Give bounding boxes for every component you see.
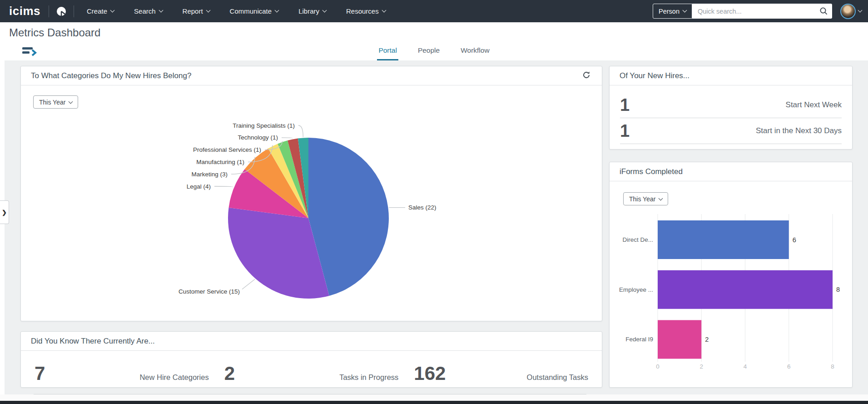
metric-new-hire-categories: 7 New Hire Categories bbox=[35, 363, 209, 384]
svg-text:4: 4 bbox=[744, 363, 747, 370]
svg-text:0: 0 bbox=[656, 363, 660, 370]
chevron-down-icon bbox=[382, 8, 386, 13]
svg-text:Manufacturing (1): Manufacturing (1) bbox=[196, 159, 244, 165]
chevron-down-icon bbox=[159, 8, 163, 13]
refresh-button[interactable] bbox=[581, 70, 592, 82]
metric-label: New Hire Categories bbox=[139, 373, 208, 382]
metric-value: 1 bbox=[620, 121, 630, 141]
svg-text:Direct De...: Direct De... bbox=[622, 236, 653, 243]
pie-chart: Sales (22)Customer Service (15)Training … bbox=[21, 85, 602, 321]
tab-portal[interactable]: Portal bbox=[377, 46, 398, 60]
left-rail bbox=[0, 60, 5, 394]
iforms-period-filter[interactable]: This Year bbox=[623, 192, 668, 205]
svg-text:8: 8 bbox=[836, 286, 840, 293]
card-title: iForms Completed bbox=[620, 167, 683, 176]
svg-text:Customer Service (15): Customer Service (15) bbox=[179, 288, 240, 295]
page-title: Metrics Dashboard bbox=[9, 26, 100, 39]
metric-label: Start in the Next 30 Days bbox=[756, 126, 842, 135]
icims-logo[interactable]: icims bbox=[0, 4, 49, 18]
tab-workflow[interactable]: Workflow bbox=[459, 46, 491, 60]
tab-people[interactable]: People bbox=[417, 46, 441, 60]
svg-text:Federal I9: Federal I9 bbox=[625, 336, 653, 343]
chevron-down-icon bbox=[206, 8, 210, 13]
svg-text:Legal (4): Legal (4) bbox=[187, 183, 211, 190]
chevron-down-icon[interactable] bbox=[858, 8, 863, 13]
top-navbar: icims Create Search Report Communicate L… bbox=[0, 0, 868, 22]
chevron-down-icon bbox=[275, 8, 279, 13]
categories-card: To What Categories Do My New Hires Belon… bbox=[20, 66, 602, 321]
menu-resources[interactable]: Resources bbox=[346, 7, 386, 15]
main-menu: Create Search Report Communicate Library… bbox=[87, 7, 386, 15]
svg-text:Technology (1): Technology (1) bbox=[238, 134, 278, 141]
metric-label: Outstanding Tasks bbox=[527, 373, 588, 382]
did-you-know-card: Did You Know There Currently Are... 7 Ne… bbox=[20, 331, 602, 388]
menu-search[interactable]: Search bbox=[134, 7, 163, 15]
chevron-down-icon bbox=[110, 8, 115, 13]
menu-create[interactable]: Create bbox=[87, 7, 114, 15]
user-avatar[interactable] bbox=[840, 4, 856, 19]
menu-library[interactable]: Library bbox=[298, 7, 326, 15]
svg-text:Sales (22): Sales (22) bbox=[408, 204, 436, 211]
iforms-card: iForms Completed This Year 024686Direct … bbox=[609, 162, 853, 388]
search-scope-dropdown[interactable]: Person bbox=[653, 4, 692, 19]
window-edge bbox=[0, 401, 868, 404]
metric-value: 2 bbox=[224, 363, 235, 384]
metric-value: 162 bbox=[414, 363, 446, 384]
new-hires-card: Of Your New Hires... 1 Start Next Week 1… bbox=[609, 66, 853, 150]
svg-text:Employee ...: Employee ... bbox=[619, 286, 653, 293]
chevron-down-icon bbox=[659, 196, 663, 200]
card-title: To What Categories Do My New Hires Belon… bbox=[31, 71, 191, 80]
card-title: Of Your New Hires... bbox=[620, 71, 689, 80]
panel-expand-button[interactable]: ❯ bbox=[0, 200, 9, 224]
svg-text:2: 2 bbox=[705, 336, 709, 343]
metric-label: Tasks in Progress bbox=[339, 373, 398, 382]
svg-text:Training Specialists (1): Training Specialists (1) bbox=[233, 122, 295, 129]
icims-mark-icon[interactable] bbox=[49, 6, 74, 16]
quick-search-input[interactable] bbox=[692, 4, 832, 19]
svg-text:Marketing (3): Marketing (3) bbox=[191, 171, 228, 178]
menu-report[interactable]: Report bbox=[183, 7, 210, 15]
svg-text:Professional Services (1): Professional Services (1) bbox=[193, 146, 261, 153]
search-icon[interactable] bbox=[819, 7, 828, 17]
chevron-down-icon bbox=[322, 8, 327, 13]
svg-text:2: 2 bbox=[699, 363, 703, 370]
metric-value: 7 bbox=[35, 363, 45, 384]
metric-label: Start Next Week bbox=[786, 100, 842, 110]
page-header: Metrics Dashboard Portal People Workflow bbox=[0, 22, 868, 60]
metric-start-next-week: 1 Start Next Week bbox=[620, 92, 842, 118]
bar-chart: 024686Direct De...8Employee ...2Federal … bbox=[610, 181, 852, 387]
menu-communicate[interactable]: Communicate bbox=[230, 7, 279, 15]
divider bbox=[74, 5, 74, 17]
card-title: Did You Know There Currently Are... bbox=[31, 337, 155, 346]
dashboard-tabs: Portal People Workflow bbox=[0, 46, 868, 60]
metric-outstanding-tasks: 162 Outstanding Tasks bbox=[414, 363, 588, 384]
chevron-down-icon bbox=[683, 8, 687, 13]
svg-text:6: 6 bbox=[793, 236, 796, 244]
page-bottom bbox=[0, 394, 868, 401]
metric-tasks-in-progress: 2 Tasks in Progress bbox=[224, 363, 399, 384]
svg-text:8: 8 bbox=[831, 363, 834, 370]
svg-text:6: 6 bbox=[787, 363, 791, 370]
metric-value: 1 bbox=[620, 95, 630, 115]
metric-start-next-30-days: 1 Start in the Next 30 Days bbox=[620, 118, 842, 144]
